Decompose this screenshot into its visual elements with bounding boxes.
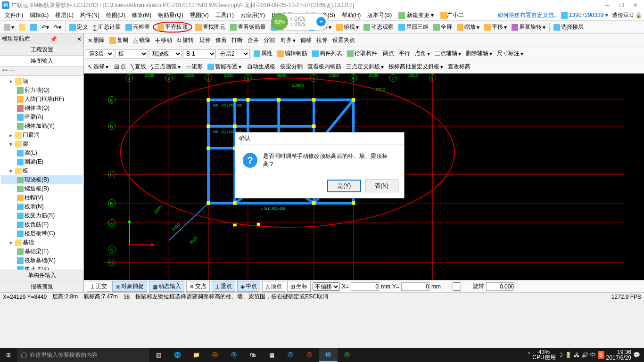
- menu-draw[interactable]: 绘图(D): [103, 10, 128, 20]
- minimize-button[interactable]: ─: [601, 1, 614, 9]
- extend-button[interactable]: 延伸: [198, 35, 213, 45]
- taskbar-app-icon[interactable]: ▦: [262, 348, 281, 362]
- maximize-button[interactable]: ☐: [615, 1, 628, 9]
- taskbar-app-icon[interactable]: ⓦ: [206, 348, 224, 362]
- sum-button[interactable]: ∑ 汇总计算: [91, 22, 123, 32]
- dialog-no-button[interactable]: 否(N): [365, 180, 398, 192]
- pan-button[interactable]: 平移▾: [482, 22, 509, 32]
- taskbar-app-icon[interactable]: 🌐: [168, 348, 187, 362]
- nav-tree[interactable]: ▾墙 剪力墙(Q) 人防门框墙(RF) 砌体墙(Q) 暗梁(A) 砌体加筋(Y)…: [0, 76, 83, 270]
- merge-button[interactable]: 合并: [246, 35, 261, 45]
- y-input[interactable]: [401, 282, 429, 291]
- x-input[interactable]: [351, 282, 379, 291]
- vertex-toggle[interactable]: △ 顶点: [262, 281, 285, 292]
- user-phone[interactable]: 13907298339 ▾: [561, 12, 608, 19]
- align-button[interactable]: 对齐▾: [279, 35, 297, 45]
- parallel-button[interactable]: 平行: [397, 49, 412, 58]
- snap-toggle[interactable]: ◎ 对象捕捉: [112, 281, 147, 292]
- dynamic-view-button[interactable]: 动态观察: [362, 22, 396, 32]
- id-select[interactable]: B-1: [183, 49, 216, 58]
- tray-cpu[interactable]: 43%CPU使用: [532, 350, 555, 360]
- nav-close-icon[interactable]: ✕: [77, 36, 82, 42]
- list-button[interactable]: 构件列表: [310, 49, 344, 58]
- taskbar-app-icon[interactable]: Ⓖ: [281, 348, 300, 362]
- select-button[interactable]: ↖ 选择▾: [86, 62, 110, 72]
- rotate-checkbox[interactable]: [443, 282, 471, 291]
- layer-select[interactable]: 分层2: [217, 49, 250, 58]
- menu-rebar[interactable]: 钢筋量(Q): [155, 10, 186, 20]
- open-icon[interactable]: [17, 23, 27, 32]
- new-change-button[interactable]: 新建变更 ▾: [396, 10, 437, 20]
- cross-toggle[interactable]: ✕ 交点: [186, 281, 210, 292]
- trim-button[interactable]: 修剪: [214, 35, 229, 45]
- tree-group-door[interactable]: ▸门窗洞: [1, 131, 83, 140]
- coord-toggle[interactable]: ⊞ 坐标: [287, 281, 311, 292]
- break-button[interactable]: 打断: [230, 35, 245, 45]
- screen-rotate-button[interactable]: 屏幕旋转▾: [510, 22, 547, 32]
- line-button[interactable]: ╲ 直线: [129, 62, 148, 72]
- taskbar-edge-icon[interactable]: ⓔ: [224, 348, 243, 362]
- offset-select[interactable]: 不偏移: [313, 282, 340, 291]
- float-plus-icon[interactable]: +: [316, 17, 326, 26]
- tree-item-selected[interactable]: 现浇板(B): [1, 175, 83, 184]
- rect-button[interactable]: ▭ 矩形: [183, 62, 205, 72]
- taskbar-search[interactable]: ◯ 在这里输入你要搜索的内容: [17, 348, 149, 362]
- split-axis-button[interactable]: 按梁分割: [278, 62, 305, 72]
- rotate-input[interactable]: [486, 282, 514, 291]
- tray-up-icon[interactable]: ˄: [528, 352, 530, 358]
- floor-select[interactable]: 第3层: [86, 49, 114, 58]
- arc-button[interactable]: ⟆ 三点画弧▾: [149, 62, 182, 72]
- new-icon[interactable]: ▾: [2, 23, 16, 32]
- define-button[interactable]: 定义: [67, 22, 90, 32]
- dyninput-toggle[interactable]: ▦ 动态输入: [149, 281, 184, 292]
- undo-icon[interactable]: ↶▾: [40, 23, 51, 32]
- tree-group-wall[interactable]: ▾墙: [1, 77, 83, 86]
- dialog-yes-button[interactable]: 是(Y): [327, 180, 361, 192]
- perp-toggle[interactable]: ⊥ 垂点: [212, 281, 235, 292]
- twopoint-button[interactable]: 两点: [381, 49, 396, 58]
- tree-item[interactable]: 螺旋板(B): [1, 184, 83, 193]
- taskbar-360-icon[interactable]: ⓔ: [338, 348, 356, 362]
- tree-item[interactable]: 楼层板带(C): [1, 229, 83, 238]
- local3d-button[interactable]: 局部三维: [396, 22, 430, 32]
- view-slab-rebar-button[interactable]: 查看板内钢筋: [305, 62, 343, 72]
- nav-foot-single[interactable]: 单构件输入: [0, 270, 83, 281]
- view-rebar-button[interactable]: 查看钢筋量: [228, 22, 268, 32]
- select-floor-button[interactable]: 选择楼层: [552, 22, 586, 32]
- del-axis-button[interactable]: 删除辅轴▾: [464, 49, 494, 58]
- nav-tab-settings[interactable]: 工程设置: [0, 44, 83, 56]
- tree-item[interactable]: 砌体加筋(Y): [1, 122, 83, 131]
- tree-item[interactable]: 板洞(N): [1, 202, 83, 211]
- taskbar-app-icon[interactable]: Ⓖ: [300, 348, 319, 362]
- stretch-button[interactable]: 拉伸: [314, 35, 330, 45]
- find-button[interactable]: 查找图元: [193, 22, 227, 32]
- menu-cloud[interactable]: 云应用(Y): [238, 10, 268, 20]
- tree-item[interactable]: 剪力墙(Q): [1, 86, 83, 95]
- mirror-button[interactable]: ⧋ 镜像: [131, 35, 152, 45]
- autogen-button[interactable]: 自动生成板: [245, 62, 277, 72]
- tree-item[interactable]: 暗梁(A): [1, 113, 83, 122]
- split-button[interactable]: 分割: [262, 35, 277, 45]
- tree-item[interactable]: 柱帽(V): [1, 193, 83, 202]
- menu-edit[interactable]: 编辑(E): [27, 10, 51, 20]
- menu-file[interactable]: 文件(F): [2, 10, 26, 20]
- tree-item[interactable]: 梁(L): [1, 148, 83, 157]
- batch-slope-button[interactable]: 按标高批量定义斜板▾: [387, 62, 445, 72]
- three-slope-button[interactable]: 三点定义斜板▾: [344, 62, 386, 72]
- mid-toggle[interactable]: ◈ 中点: [237, 281, 260, 292]
- menu-floor[interactable]: 楼层(L): [52, 10, 76, 20]
- menu-view[interactable]: 视图(V): [187, 10, 212, 20]
- float-monitor-widget[interactable]: 62% ↑ 0K/s ↓ 0K/s +: [272, 13, 328, 30]
- corner-button[interactable]: 点角▾: [413, 49, 432, 58]
- tree-item[interactable]: 板受力筋(S): [1, 211, 83, 220]
- nav-foot-report[interactable]: 报表预览: [0, 281, 83, 292]
- nav-tab-draw[interactable]: 绘图输入: [0, 56, 83, 67]
- tray-ime[interactable]: 中: [590, 351, 596, 359]
- tree-group-slab[interactable]: ▾板: [1, 166, 83, 175]
- pick-button[interactable]: 拾取构件: [345, 49, 379, 58]
- taskbar-store-icon[interactable]: 🛍: [243, 348, 262, 362]
- check-elev-button[interactable]: 查改标高: [446, 62, 472, 72]
- dim-button[interactable]: 尺寸标注▾: [495, 49, 525, 58]
- tray-notifications-icon[interactable]: 💬: [633, 352, 640, 358]
- tray-network-icon[interactable]: 🖧: [574, 352, 579, 358]
